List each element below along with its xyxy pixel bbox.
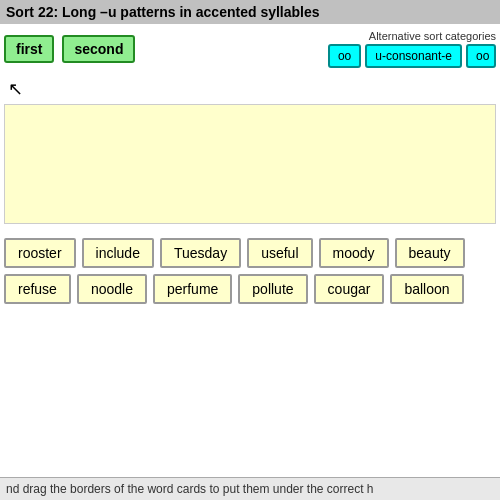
alt-sort-label: Alternative sort categories <box>369 30 496 42</box>
cursor-icon: ↖ <box>8 78 23 100</box>
word-card-balloon[interactable]: balloon <box>390 274 463 304</box>
word-card-beauty[interactable]: beauty <box>395 238 465 268</box>
word-card-perfume[interactable]: perfume <box>153 274 232 304</box>
word-card-cougar[interactable]: cougar <box>314 274 385 304</box>
controls-row: first second Alternative sort categories… <box>0 24 500 74</box>
alt-btn-oo-partial[interactable]: oo <box>466 44 496 68</box>
word-card-noodle[interactable]: noodle <box>77 274 147 304</box>
word-card-tuesday[interactable]: Tuesday <box>160 238 241 268</box>
cursor-area: ↖ <box>0 74 500 104</box>
alt-sort-section: Alternative sort categories oo u-consona… <box>328 30 496 68</box>
sort-drop-area[interactable] <box>4 104 496 224</box>
word-card-useful[interactable]: useful <box>247 238 312 268</box>
second-button[interactable]: second <box>62 35 135 63</box>
instruction-text: nd drag the borders of the word cards to… <box>6 482 374 496</box>
alt-btn-oo[interactable]: oo <box>328 44 361 68</box>
word-card-rooster[interactable]: rooster <box>4 238 76 268</box>
title-text: Sort 22: Long –u patterns in accented sy… <box>6 4 320 20</box>
word-card-moody[interactable]: moody <box>319 238 389 268</box>
word-card-include[interactable]: include <box>82 238 154 268</box>
word-card-pollute[interactable]: pollute <box>238 274 307 304</box>
page-title: Sort 22: Long –u patterns in accented sy… <box>0 0 500 24</box>
alt-btn-u-consonant-e[interactable]: u-consonant-e <box>365 44 462 68</box>
word-card-refuse[interactable]: refuse <box>4 274 71 304</box>
alt-sort-buttons: oo u-consonant-e oo <box>328 44 496 68</box>
word-bank: roosterincludeTuesdayusefulmoodybeautyre… <box>0 232 500 310</box>
bottom-instruction: nd drag the borders of the word cards to… <box>0 477 500 500</box>
first-button[interactable]: first <box>4 35 54 63</box>
